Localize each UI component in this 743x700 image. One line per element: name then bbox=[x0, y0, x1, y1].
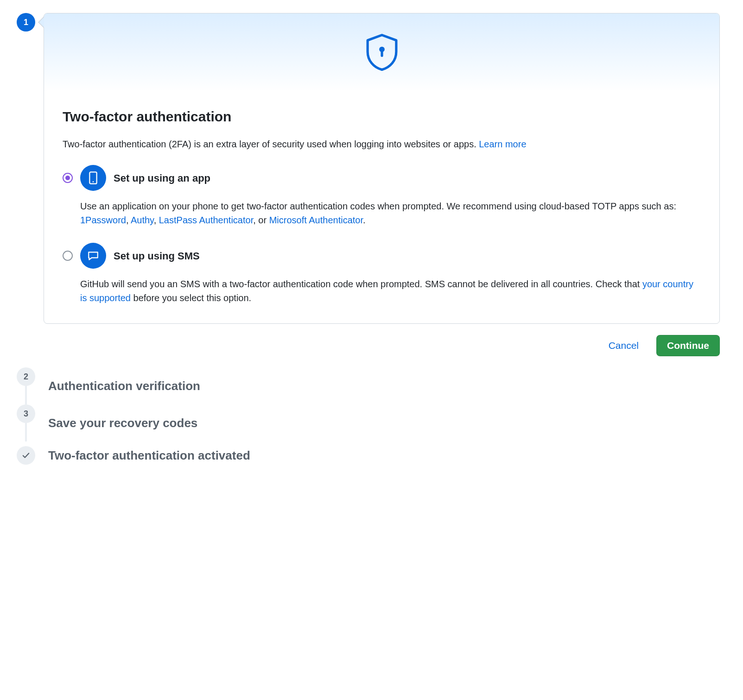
card-content: Two-factor authentication Two-factor aut… bbox=[44, 91, 719, 323]
step-rail: 2 bbox=[13, 367, 39, 404]
step-rail: 1 bbox=[13, 13, 39, 32]
sep: , or bbox=[253, 215, 269, 225]
sep: , bbox=[154, 215, 159, 225]
step-3: 3 Save your recovery codes bbox=[13, 404, 720, 441]
two-factor-card: Two-factor authentication Two-factor aut… bbox=[44, 13, 720, 324]
card-header bbox=[44, 13, 719, 91]
step-line bbox=[25, 423, 27, 441]
step-2: 2 Authentication verification bbox=[13, 367, 720, 404]
step-2-body: Authentication verification bbox=[39, 377, 720, 395]
step-2-title: Authentication verification bbox=[44, 377, 200, 395]
link-authy[interactable]: Authy bbox=[131, 215, 154, 225]
step-line bbox=[25, 386, 27, 404]
option-app-desc-text: Use an application on your phone to get … bbox=[80, 201, 676, 211]
comment-icon bbox=[80, 243, 106, 269]
option-sms-desc-suffix: before you select this option. bbox=[131, 293, 251, 303]
card-subtitle: Two-factor authentication (2FA) is an ex… bbox=[63, 137, 701, 151]
card-subtitle-text: Two-factor authentication (2FA) is an ex… bbox=[63, 139, 479, 149]
option-sms-title: Set up using SMS bbox=[114, 248, 200, 264]
svg-point-3 bbox=[93, 181, 94, 183]
step-3-title: Save your recovery codes bbox=[44, 414, 197, 432]
step-4-title: Two-factor authentication activated bbox=[44, 447, 250, 465]
step-1-body: Two-factor authentication Two-factor aut… bbox=[39, 13, 720, 367]
step-actions: Cancel Continue bbox=[44, 335, 720, 356]
card-title: Two-factor authentication bbox=[63, 106, 701, 127]
step-2-badge: 2 bbox=[17, 367, 35, 386]
option-app: Set up using an app Use an application o… bbox=[63, 165, 701, 227]
option-sms-radio[interactable] bbox=[63, 251, 73, 261]
check-icon bbox=[22, 451, 30, 460]
step-4-badge bbox=[17, 446, 35, 465]
link-msauth[interactable]: Microsoft Authenticator bbox=[269, 215, 363, 225]
device-mobile-icon bbox=[80, 165, 106, 191]
step-pointer bbox=[38, 17, 44, 28]
step-4-body: Two-factor authentication activated bbox=[39, 446, 720, 465]
link-lastpass[interactable]: LastPass Authenticator bbox=[159, 215, 253, 225]
option-app-description: Use an application on your phone to get … bbox=[63, 199, 701, 227]
option-app-radio[interactable] bbox=[63, 173, 73, 183]
shield-lock-icon bbox=[364, 32, 400, 72]
option-app-header: Set up using an app bbox=[63, 165, 701, 191]
step-3-body: Save your recovery codes bbox=[39, 414, 720, 432]
svg-rect-1 bbox=[381, 51, 383, 57]
link-1password[interactable]: 1Password bbox=[80, 215, 126, 225]
step-1-badge: 1 bbox=[17, 13, 35, 32]
step-rail: 3 bbox=[13, 404, 39, 441]
option-sms: Set up using SMS GitHub will send you an… bbox=[63, 243, 701, 305]
option-sms-description: GitHub will send you an SMS with a two-f… bbox=[63, 277, 701, 305]
cancel-button[interactable]: Cancel bbox=[607, 336, 641, 355]
option-sms-desc-text: GitHub will send you an SMS with a two-f… bbox=[80, 279, 642, 289]
step-rail bbox=[13, 446, 39, 465]
sep: . bbox=[363, 215, 366, 225]
step-4: Two-factor authentication activated bbox=[13, 441, 720, 469]
option-sms-header: Set up using SMS bbox=[63, 243, 701, 269]
step-1: 1 Two-factor authentication bbox=[13, 13, 720, 367]
sep: , bbox=[126, 215, 131, 225]
option-app-title: Set up using an app bbox=[114, 170, 210, 186]
learn-more-link[interactable]: Learn more bbox=[479, 139, 526, 149]
step-3-badge: 3 bbox=[17, 404, 35, 423]
continue-button[interactable]: Continue bbox=[656, 335, 720, 356]
two-factor-setup-wizard: 1 Two-factor authentication bbox=[13, 13, 720, 469]
